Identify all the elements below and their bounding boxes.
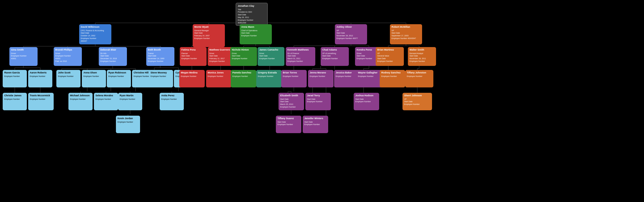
node-fatima-pena[interactable]: Fatima Pena PlannerStart DateEmployee Nu… — [180, 47, 207, 66]
node-gregory-estrada[interactable]: Gregory Estrada Employee Number — [256, 70, 282, 87]
node-jonathan-clay[interactable]: Jonathan Clay TitlePresident & CEOStart … — [236, 3, 268, 26]
node-anita-perez[interactable]: Anita Perez Employee Number — [160, 93, 184, 110]
node-christie-james[interactable]: Christie James Employee Number — [3, 93, 27, 110]
node-travis-mccormick[interactable]: Travis Mccormick Employee Number — [28, 93, 54, 110]
node-kevin-jordan[interactable]: Kevin Jordan Employee Number — [116, 116, 140, 133]
node-anna-mann[interactable]: Anna Mann Chief of OperationsStart DateE… — [240, 24, 272, 44]
node-aaron-roberts[interactable]: Aaron Roberts Employee Number — [28, 70, 52, 87]
node-brian-torres[interactable]: Brian Torres Employee Number — [281, 70, 307, 87]
node-beth-booth[interactable]: Beth Booth TrainerStart DateNovember 14,… — [146, 47, 174, 66]
node-nichole-hinton[interactable]: Nichole Hinton DriverStart DateEmployee … — [230, 47, 257, 66]
node-gina-smith[interactable]: Gina Smith DriverEmployee Number40001 — [9, 47, 38, 66]
node-elizabeth-smith[interactable]: Elizabeth Smith Start DateStart DateMarc… — [279, 93, 304, 110]
node-robert-mcmillan[interactable]: Robert McMillan VPStart DateSeptember 17… — [390, 24, 422, 44]
node-sherri-johnson[interactable]: Sherri Johnson VPStart DateEmployee Numb… — [402, 93, 432, 110]
node-brian-martinez[interactable]: Brian Martinez VPGeneral ValueStart Date… — [376, 47, 404, 66]
node-rodney-sanchez[interactable]: Rodney Sanchez Employee Number — [380, 70, 405, 87]
node-jessica-baker[interactable]: Jessica Baker Employee Number — [334, 70, 360, 87]
node-chad-adams[interactable]: Chad Adams VP of somethingStart DateEmpl… — [321, 47, 349, 66]
node-john-scott[interactable]: John Scott Employee Number — [56, 70, 80, 87]
node-joshua-hudson[interactable]: Joshua Hudson Start DateEmployee Number — [354, 93, 379, 110]
node-jennifer-winters[interactable]: Jennifer Winters Start DateEmployee Numb… — [303, 116, 328, 133]
node-tiffany-suarez[interactable]: Tiffany Suarez Start DateEmployee Number — [276, 116, 301, 133]
node-michael-johnson[interactable]: Michael Johnson Employee Number — [68, 93, 93, 110]
node-raven-garcia[interactable]: Raven Garcia Employee Number — [3, 70, 27, 87]
node-anna-olsen[interactable]: Anna Olsen Employee Number — [82, 70, 106, 87]
node-detail: TitlePresident & CEOStart DateMay 28, 20… — [238, 8, 266, 24]
node-megan-medina[interactable]: Megan Medina Employee Number — [179, 70, 205, 87]
node-pamela-sanchez[interactable]: Pamela Sanchez Employee Number — [231, 70, 256, 87]
node-ryan-robinson[interactable]: Ryan Robinson Employee Number — [107, 70, 131, 87]
node-deborah-blair[interactable]: Deborah Blair Dir InfoStart DateDecember… — [99, 47, 127, 66]
node-steve-mooney[interactable]: Steve Mooney Employee Number — [149, 70, 173, 87]
node-ryan-martin[interactable]: Ryan Martin Employee Number — [118, 93, 142, 110]
node-name: Jonathan Clay — [238, 5, 266, 8]
node-kenneth-matthews[interactable]: Kenneth Matthews Dir of FinanceStart Dat… — [286, 47, 315, 66]
node-tiffany-johnston[interactable]: Tiffany Johnston Employee Number — [405, 70, 433, 87]
node-walter-smith[interactable]: Walter Smith Demand AnalystStart DateNov… — [408, 47, 436, 66]
node-monte-wyatt[interactable]: Monte Wyatt General ManagerStart DateFeb… — [193, 24, 225, 47]
node-david-wilkinson[interactable]: David Wilkinson CFO, Finance & Accountin… — [79, 24, 111, 44]
node-jarad-terry[interactable]: Jarad Terry Start DateEmployee Number — [305, 93, 331, 110]
node-ashley-oliver[interactable]: Ashley Oliver VPStart DateNovember 28, 2… — [335, 24, 367, 44]
node-james-camacho[interactable]: James Camacho DriverStart DateEmployee N… — [258, 47, 284, 66]
node-jenna-morano[interactable]: Jenna Morano Employee Number — [308, 70, 334, 87]
node-monica-jones[interactable]: Monica Jones Employee Number — [206, 70, 232, 87]
node-brandi-phillips[interactable]: Brandi Phillips DriverEmployee Number400… — [54, 47, 82, 66]
org-chart: Jonathan Clay TitlePresident & CEOStart … — [0, 0, 644, 202]
node-selena-morales[interactable]: Selena Morales Employee Number — [94, 93, 118, 110]
